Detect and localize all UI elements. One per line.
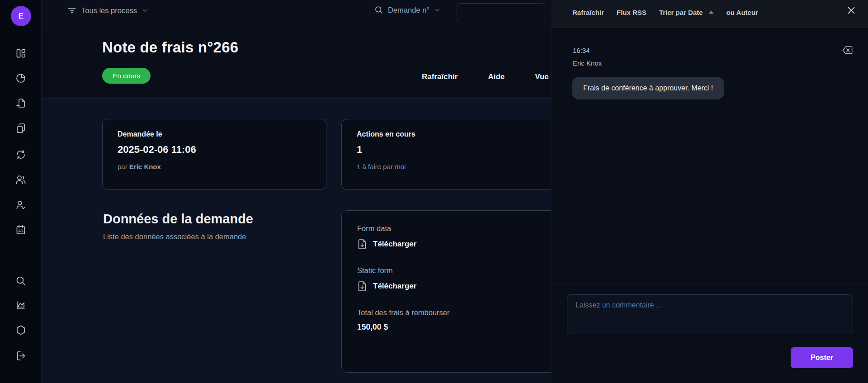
sidebar-item-profile[interactable]: [15, 199, 26, 210]
request-header: Note de frais n°266 En cours Rafraîchir …: [42, 28, 551, 99]
avatar[interactable]: E: [11, 6, 31, 26]
file-plus-icon: [15, 98, 26, 109]
static-form-label: Static form: [357, 266, 579, 275]
status-badge: En cours: [102, 68, 151, 84]
copy-icon: [15, 123, 26, 134]
app-root: E: [0, 0, 868, 383]
comment-time: 16:34: [573, 47, 590, 54]
requested-by-name: Eric Knox: [129, 163, 161, 170]
header-actions: Rafraîchir Aide Vue: [422, 72, 549, 81]
sidebar-item-calendar[interactable]: [15, 224, 26, 235]
search-icon: [15, 275, 26, 286]
users-icon: [15, 174, 26, 185]
search-icon: [374, 5, 383, 14]
comment-bubble: Frais de conférence à approuver. Merci !: [572, 77, 724, 99]
actions-card-value: 1: [357, 144, 579, 156]
form-data-label: Form data: [357, 224, 579, 233]
file-download-icon: [357, 280, 367, 292]
comment-compose-area: Poster: [552, 284, 868, 383]
sidebar-item-analytics[interactable]: [15, 300, 26, 311]
sidebar-divider: [12, 257, 30, 257]
download-static-form-button[interactable]: Télécharger: [357, 280, 579, 292]
file-download-icon: [357, 238, 367, 250]
sort-by-date-label: Trier par Date: [659, 9, 703, 16]
requested-by-prefix: par: [118, 163, 129, 170]
hexagon-icon: [15, 325, 26, 336]
comment-author: Eric Knox: [573, 59, 602, 67]
sidebar-item-copies[interactable]: [15, 123, 26, 134]
view-button[interactable]: Vue: [535, 72, 549, 81]
process-filter-dropdown[interactable]: Tous les process: [67, 5, 148, 15]
actions-card-subtitle: 1 à faire par moi: [357, 163, 579, 170]
sidebar-item-modules[interactable]: [15, 325, 26, 336]
process-filter-label: Tous les process: [81, 6, 137, 15]
refresh-button[interactable]: Rafraîchir: [422, 72, 458, 81]
rss-feed-button[interactable]: Flux RSS: [617, 9, 646, 16]
user-check-icon: [15, 199, 26, 210]
request-data-section: Données de la demande Liste des données …: [103, 212, 329, 241]
total-label: Total des frais à rembourser: [357, 308, 579, 317]
sidebar-item-search[interactable]: [15, 275, 26, 286]
download-label: Télécharger: [373, 240, 416, 249]
sidebar-item-dashboard[interactable]: [15, 48, 26, 59]
section-title: Données de la demande: [103, 212, 329, 227]
sync-icon: [15, 149, 26, 160]
sidebar-item-new-request[interactable]: [15, 98, 26, 109]
comments-panel-header: Rafraîchir Flux RSS Trier par Date ou Au…: [552, 0, 868, 28]
panel-refresh-button[interactable]: Rafraîchir: [572, 9, 604, 16]
main-topbar: Tous les process Demande n°: [42, 0, 551, 28]
sidebar: E: [0, 0, 42, 383]
search-category-dropdown[interactable]: Demande n°: [374, 5, 441, 14]
sort-by-author-button[interactable]: ou Auteur: [726, 9, 758, 16]
pie-chart-icon: [15, 73, 26, 84]
help-button[interactable]: Aide: [488, 72, 505, 81]
sidebar-item-logout[interactable]: [15, 350, 26, 361]
close-panel-button[interactable]: [846, 5, 856, 15]
comments-panel: Rafraîchir Flux RSS Trier par Date ou Au…: [551, 0, 868, 383]
sidebar-item-users[interactable]: [15, 174, 26, 185]
search-input[interactable]: [457, 3, 546, 21]
actions-card-label: Actions en cours: [357, 130, 579, 138]
chevron-down-icon: [142, 7, 148, 14]
search-category-label: Demande n°: [388, 6, 429, 14]
logout-icon: [15, 350, 26, 361]
dashboard-icon: [15, 48, 26, 59]
section-subtitle: Liste des données associées à la demande: [103, 232, 329, 241]
requested-date-value: 2025-02-06 11:06: [118, 144, 311, 156]
filter-icon: [67, 5, 77, 15]
requested-date-card: Demandée le 2025-02-06 11:06 par Eric Kn…: [102, 119, 326, 190]
page-title: Note de frais n°266: [102, 39, 238, 56]
delete-comment-icon[interactable]: [842, 45, 853, 55]
sort-by-date-button[interactable]: Trier par Date: [659, 9, 714, 16]
download-form-data-button[interactable]: Télécharger: [357, 238, 579, 250]
chevron-down-icon: [434, 7, 441, 14]
comment-input[interactable]: [567, 294, 853, 334]
requested-date-label: Demandée le: [118, 130, 311, 138]
total-value: 150,00 $: [357, 322, 579, 332]
post-comment-button[interactable]: Poster: [791, 347, 853, 368]
requested-by: par Eric Knox: [118, 163, 311, 170]
sort-asc-icon: [708, 10, 714, 14]
download-label: Télécharger: [373, 282, 416, 291]
area-chart-icon: [15, 300, 26, 311]
calendar-icon: [15, 224, 26, 235]
sidebar-item-processes[interactable]: [15, 149, 26, 160]
sidebar-item-reports[interactable]: [15, 73, 26, 84]
